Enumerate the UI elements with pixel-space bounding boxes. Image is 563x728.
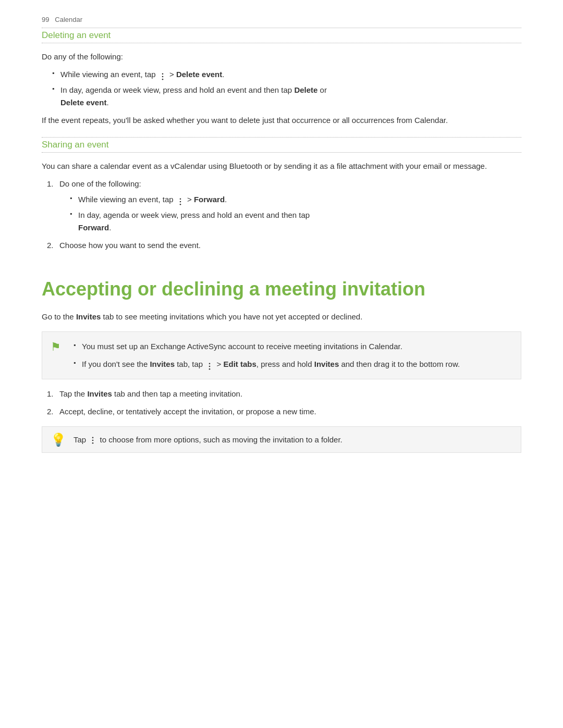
sharing-step-2-num: 2.	[47, 239, 54, 252]
sharing-step-1-num: 1.	[47, 178, 54, 190]
deleting-bullet-2: In day, agenda or week view, press and h…	[52, 84, 521, 109]
deleting-bullets: While viewing an event, tap > Delete eve…	[52, 68, 521, 109]
accepting-section-wrapper: Accepting or declining a meeting invitat…	[42, 278, 521, 453]
note-bullet-2: If you don't see the Invites tab, tap > …	[74, 358, 510, 371]
deleting-bullet-1: While viewing an event, tap > Delete eve…	[52, 68, 521, 81]
sharing-step-1: 1. Do one of the following: While viewin…	[47, 178, 521, 234]
section-divider-bottom-share	[42, 152, 521, 153]
invites-bold-note2: Invites	[314, 360, 339, 368]
forward-bold-2: Forward	[78, 223, 109, 232]
deleting-section-title: Deleting an event	[42, 30, 521, 41]
sharing-sub-bullets: While viewing an event, tap > Forward. I…	[70, 193, 521, 234]
sharing-step-2: 2. Choose how you want to send the event…	[47, 239, 521, 252]
menu-icon-note	[206, 361, 213, 368]
delete-bold-2: Delete	[294, 85, 317, 94]
forward-bold-1: Forward	[194, 195, 225, 204]
svg-point-9	[92, 437, 94, 439]
deleting-intro: Do any of the following:	[42, 51, 521, 63]
accepting-step-2: 2. Accept, decline, or tentatively accep…	[47, 405, 521, 418]
note-bullet-list: You must set up an Exchange ActiveSync a…	[74, 340, 510, 371]
accepting-note-box: ⚑ You must set up an Exchange ActiveSync…	[42, 331, 521, 379]
accepting-numbered-list: 1. Tap the Invites tab and then tap a me…	[47, 388, 521, 418]
section-divider-bottom-delete	[42, 43, 521, 43]
sharing-numbered-list: 1. Do one of the following: While viewin…	[47, 178, 521, 252]
svg-point-0	[162, 73, 163, 75]
svg-point-10	[92, 440, 94, 441]
svg-point-6	[209, 363, 211, 365]
svg-point-3	[179, 198, 181, 200]
svg-point-1	[162, 76, 163, 78]
page-number: 99 Calendar	[42, 16, 521, 23]
lightbulb-icon: 💡	[51, 433, 66, 447]
invites-bold-intro: Invites	[76, 312, 101, 321]
svg-point-4	[179, 201, 181, 203]
invites-bold-note: Invites	[150, 360, 175, 368]
edit-tabs-bold: Edit tabs	[223, 360, 256, 368]
svg-point-8	[209, 368, 211, 370]
tip-text: Tap to choose from more options, such as…	[74, 435, 342, 444]
svg-point-5	[179, 204, 181, 205]
menu-icon-share1	[177, 196, 184, 204]
invites-bold-step1: Invites	[87, 389, 112, 398]
accepting-step-1: 1. Tap the Invites tab and then tap a me…	[47, 388, 521, 400]
menu-icon-delete1	[159, 71, 166, 79]
menu-icon-tip	[89, 437, 96, 444]
repeat-note: If the event repeats, you'll be asked wh…	[42, 114, 521, 127]
sharing-intro: You can share a calendar event as a vCal…	[42, 160, 521, 172]
delete-event-bold-2: Delete event	[60, 98, 106, 107]
sharing-sub-bullet-1: While viewing an event, tap > Forward.	[70, 193, 521, 206]
tip-box: 💡 Tap to choose from more options, such …	[42, 426, 521, 453]
sharing-section-title: Sharing an event	[42, 140, 521, 150]
section-divider-top-share	[42, 137, 521, 138]
delete-event-bold-1: Delete event	[176, 70, 222, 79]
svg-point-7	[209, 366, 211, 367]
accepting-section-title: Accepting or declining a meeting invitat…	[42, 278, 521, 300]
section-divider-top-delete	[42, 28, 521, 28]
accepting-step-1-num: 1.	[47, 388, 54, 400]
svg-point-2	[162, 79, 163, 80]
svg-point-11	[92, 442, 94, 444]
sharing-sub-bullet-2: In day, agenda or week view, press and h…	[70, 209, 521, 234]
accepting-intro: Go to the Invites tab to see meeting inv…	[42, 311, 521, 323]
flag-icon: ⚑	[51, 340, 61, 354]
accepting-step-2-num: 2.	[47, 405, 54, 418]
note-bullet-1: You must set up an Exchange ActiveSync a…	[74, 340, 510, 353]
